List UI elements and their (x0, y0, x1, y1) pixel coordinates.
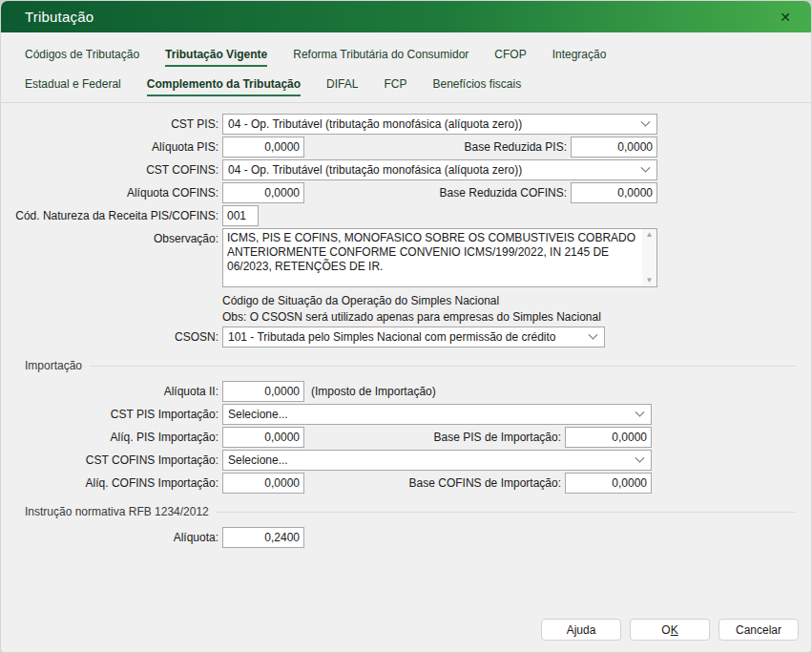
aliq-cofins-importacao-label: Alíq. COFINS Importação: (5, 476, 219, 490)
aliq-pis-importacao-label: Alíq. PIS Importação: (5, 431, 219, 444)
instrucao-group-header: Instrução normativa RFB 1234/2012 (25, 505, 796, 518)
tab-complemento-da-tributacao[interactable]: Complemento da Tributação (147, 75, 301, 96)
group-divider (217, 512, 796, 513)
aliquota-ii-label: Alíquota II: (5, 385, 219, 398)
base-reduzida-pis-label: Base Reduzida PIS: (465, 140, 567, 154)
observacao-label: Observação: (5, 228, 219, 245)
cst-pis-value: 04 - Op. Tributável (tributação monofási… (228, 117, 642, 131)
row-instrucao-aliquota: Alíquota: (1, 527, 811, 548)
ajuda-button[interactable]: Ajuda (541, 619, 621, 641)
tab-difal[interactable]: DIFAL (326, 75, 358, 96)
observacao-text: ICMS, PIS E COFINS, MONOFASICO SOBRE OS … (223, 229, 642, 286)
cod-natureza-label: Cód. Natureza da Receita PIS/COFINS: (5, 209, 219, 222)
base-reduzida-cofins-input[interactable] (571, 182, 657, 203)
tab-integracao[interactable]: Integração (552, 46, 607, 67)
row-cst-pis-importacao: CST PIS Importação: Selecione... (1, 404, 811, 425)
csosn-value: 101 - Tributada pelo Simples Nacional co… (228, 330, 590, 344)
row-aliquota-ii: Alíquota II: (Imposto de Importação) (1, 381, 811, 402)
group-divider (90, 366, 796, 367)
chevron-down-icon (641, 162, 651, 172)
aliq-pis-importacao-input[interactable] (222, 427, 304, 448)
titlebar: Tributação ✕ (1, 1, 811, 32)
instrucao-aliquota-input[interactable] (222, 527, 304, 548)
chevron-down-icon (635, 453, 645, 462)
primary-tab-bar: Códigos de Tributação Tributação Vigente… (1, 46, 811, 67)
cst-cofins-importacao-label: CST COFINS Importação: (5, 453, 219, 467)
cst-cofins-value: 04 - Op. Tributável (tributação monofási… (228, 163, 642, 177)
base-reduzida-pis-input[interactable] (571, 137, 657, 158)
window-title: Tributação (25, 9, 773, 25)
cst-cofins-importacao-value: Selecione... (228, 453, 636, 467)
row-cst-cofins-importacao: CST COFINS Importação: Selecione... (1, 450, 811, 471)
cod-natureza-input[interactable] (222, 205, 259, 226)
tab-fcp[interactable]: FCP (384, 75, 406, 96)
row-cst-pis: CST PIS: 04 - Op. Tributável (tributação… (1, 114, 811, 135)
base-cofins-importacao-label: Base COFINS de Importação: (409, 476, 561, 490)
secondary-tab-bar: Estadual e Federal Complemento da Tribut… (1, 75, 811, 96)
form-content: CST PIS: 04 - Op. Tributável (tributação… (1, 103, 811, 548)
tab-estadual-e-federal[interactable]: Estadual e Federal (25, 75, 121, 96)
chevron-down-icon (589, 329, 598, 339)
cst-pis-importacao-label: CST PIS Importação: (5, 408, 219, 421)
tab-beneficios-fiscais[interactable]: Benefícios fiscais (432, 75, 521, 96)
aliquota-pis-label: Alíquota PIS: (5, 140, 219, 154)
cst-cofins-label: CST COFINS: (5, 163, 219, 177)
ok-button-label: O (661, 623, 670, 637)
aliquota-ii-input[interactable] (222, 381, 304, 402)
cancelar-button[interactable]: Cancelar (718, 619, 799, 641)
ok-button-accesskey: K (671, 623, 678, 637)
row-observacao: Observação: ICMS, PIS E COFINS, MONOFASI… (1, 228, 811, 287)
tributacao-dialog: Tributação ✕ Códigos de Tributação Tribu… (0, 0, 812, 653)
importacao-group-header: Importação (25, 359, 796, 372)
base-cofins-importacao-input[interactable] (565, 473, 652, 494)
base-reduzida-cofins-label: Base Reduzida COFINS: (440, 186, 567, 200)
base-pis-importacao-input[interactable] (565, 427, 652, 448)
tab-reforma-tributaria-do-consumidor[interactable]: Reforma Tributária do Consumidor (293, 46, 468, 67)
observacao-scrollbar[interactable]: ▲ ▼ (642, 229, 656, 286)
csosn-label: CSOSN: (5, 330, 219, 344)
importacao-group-title: Importação (25, 359, 82, 372)
footer-button-bar: Ajuda OK Cancelar (532, 619, 799, 641)
cst-cofins-select[interactable]: 04 - Op. Tributável (tributação monofási… (222, 159, 657, 180)
csosn-select[interactable]: 101 - Tributada pelo Simples Nacional co… (222, 326, 605, 348)
csosn-notes: Código de Situação da Operação do Simple… (1, 293, 811, 326)
tab-tributacao-vigente[interactable]: Tributação Vigente (165, 46, 267, 67)
row-aliquota-cofins: Alíquota COFINS: Base Reduzida COFINS: (1, 182, 811, 203)
scroll-up-icon[interactable]: ▲ (646, 231, 654, 239)
aliq-cofins-importacao-input[interactable] (222, 473, 304, 494)
row-aliq-cofins-importacao: Alíq. COFINS Importação: Base COFINS de … (1, 473, 811, 494)
cst-pis-importacao-select[interactable]: Selecione... (222, 404, 652, 425)
ok-button[interactable]: OK (630, 619, 710, 641)
aliquota-cofins-input[interactable] (222, 182, 304, 203)
instrucao-group-title: Instrução normativa RFB 1234/2012 (25, 505, 209, 518)
chevron-down-icon (635, 407, 645, 416)
close-icon[interactable]: ✕ (773, 6, 798, 29)
cst-pis-select[interactable]: 04 - Op. Tributável (tributação monofási… (222, 114, 657, 135)
csosn-note-obs: Obs: O CSOSN será utilizado apenas para … (1, 309, 811, 326)
aliquota-cofins-label: Alíquota COFINS: (5, 186, 219, 200)
scroll-down-icon[interactable]: ▼ (646, 277, 654, 284)
aliquota-ii-hint: (Imposto de Importação) (311, 385, 436, 398)
base-pis-importacao-label: Base PIS de Importação: (434, 431, 561, 444)
row-aliquota-pis: Alíquota PIS: Base Reduzida PIS: (1, 137, 811, 158)
row-cod-natureza: Cód. Natureza da Receita PIS/COFINS: (1, 205, 811, 226)
cst-pis-importacao-value: Selecione... (228, 408, 636, 421)
aliquota-pis-input[interactable] (222, 137, 304, 158)
tab-cfop[interactable]: CFOP (494, 46, 526, 67)
chevron-down-icon (641, 116, 651, 126)
tab-codigos-de-tributacao[interactable]: Códigos de Tributação (25, 46, 139, 67)
instrucao-aliquota-label: Alíquota: (5, 531, 219, 544)
cst-cofins-importacao-select[interactable]: Selecione... (222, 450, 652, 471)
csosn-note-title: Código de Situação da Operação do Simple… (1, 293, 811, 309)
row-aliq-pis-importacao: Alíq. PIS Importação: Base PIS de Import… (1, 427, 811, 448)
row-csosn: CSOSN: 101 - Tributada pelo Simples Naci… (1, 326, 811, 348)
observacao-textarea[interactable]: ICMS, PIS E COFINS, MONOFASICO SOBRE OS … (222, 228, 657, 287)
cst-pis-label: CST PIS: (5, 117, 219, 131)
row-cst-cofins: CST COFINS: 04 - Op. Tributável (tributa… (1, 159, 811, 180)
